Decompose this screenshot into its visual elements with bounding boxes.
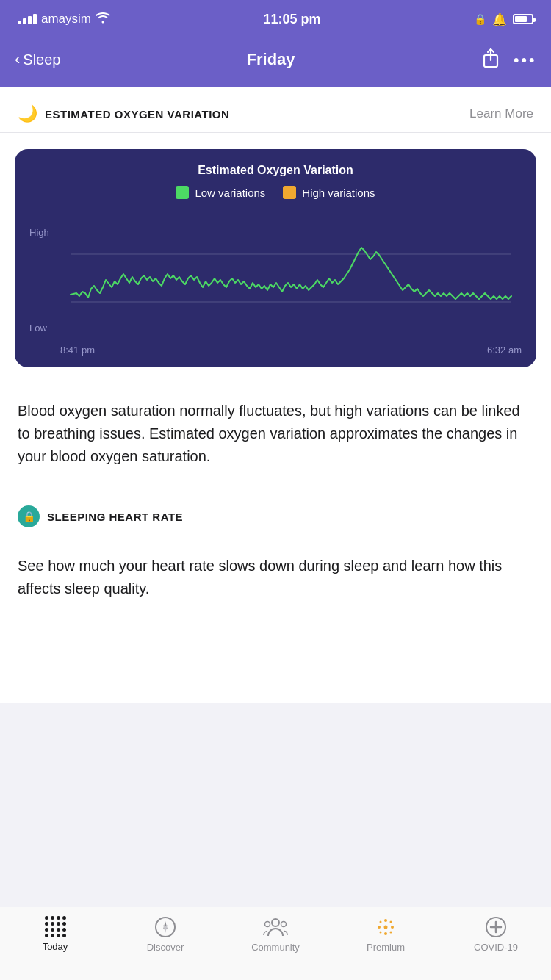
svg-point-13: [384, 932, 387, 935]
legend-swatch-high: [283, 186, 296, 199]
svg-point-9: [281, 922, 287, 927]
svg-point-18: [384, 926, 388, 929]
page-title: Friday: [247, 50, 295, 69]
tab-discover-label: Discover: [147, 942, 184, 953]
tab-premium-label: Premium: [367, 942, 405, 953]
learn-more-button[interactable]: Learn More: [469, 107, 533, 121]
more-options-button[interactable]: ●●●: [514, 54, 536, 65]
heart-section-title: SLEEPING HEART RATE: [47, 511, 183, 523]
tab-today[interactable]: Today: [0, 916, 110, 952]
chart-title: Estimated Oxygen Variation: [29, 164, 522, 177]
tab-covid[interactable]: COVID-19: [441, 916, 551, 953]
y-label-high: High: [29, 227, 60, 238]
header-actions: ●●●: [481, 47, 536, 72]
oxygen-section-header: 🌙 ESTIMATED OXYGEN VARIATION Learn More: [0, 88, 551, 133]
legend-label-low: Low variations: [195, 187, 265, 199]
heart-rate-section: 🔒 SLEEPING HEART RATE See how much your …: [0, 489, 551, 622]
premium-sparkles-icon: [375, 916, 397, 938]
covid-plus-circle-icon: [485, 916, 507, 938]
oxygen-chart-card: Estimated Oxygen Variation Low variation…: [15, 149, 536, 367]
tab-discover[interactable]: Discover: [110, 916, 220, 953]
back-label: Sleep: [23, 51, 60, 68]
tab-today-label: Today: [43, 941, 68, 952]
tab-covid-label: COVID-19: [474, 942, 518, 953]
app-header: ‹ Sleep Friday ●●●: [0, 37, 551, 87]
heart-lock-icon: 🔒: [23, 511, 35, 522]
chart-area: High Low 8:41 pm 6:32 am: [29, 214, 522, 356]
community-people-icon: [263, 916, 288, 938]
chart-times: 8:41 pm 6:32 am: [60, 345, 522, 356]
main-content: 🌙 ESTIMATED OXYGEN VARIATION Learn More …: [0, 88, 551, 703]
tab-premium[interactable]: Premium: [331, 916, 441, 953]
svg-point-11: [378, 926, 381, 929]
oxygen-description: Blood oxygen saturation normally fluctua…: [0, 382, 551, 489]
legend-label-high: High variations: [302, 187, 375, 199]
tab-community-label: Community: [251, 942, 300, 953]
today-grid-icon: [45, 916, 66, 937]
back-chevron-icon: ‹: [15, 50, 20, 69]
status-time: 11:05 pm: [263, 12, 320, 27]
status-left: amaysim: [18, 12, 110, 26]
time-end: 6:32 am: [487, 345, 522, 356]
wifi-icon: [96, 12, 110, 26]
signal-bars-icon: [18, 14, 37, 24]
legend-high: High variations: [283, 186, 375, 199]
tab-bar: Today Discover Community: [0, 907, 551, 980]
discover-compass-icon: [154, 916, 176, 938]
back-button[interactable]: ‹ Sleep: [15, 50, 60, 69]
moon-icon: 🌙: [18, 104, 37, 123]
carrier-label: amaysim: [41, 12, 91, 26]
heart-description: See how much your heart rate slows down …: [0, 538, 551, 622]
lock-icon: 🔒: [474, 13, 486, 25]
y-label-low: Low: [29, 323, 60, 334]
battery-icon: [513, 14, 533, 24]
svg-point-8: [265, 922, 270, 927]
svg-point-15: [390, 921, 392, 923]
heart-section-header: 🔒 SLEEPING HEART RATE: [0, 489, 551, 538]
status-bar: amaysim 11:05 pm 🔒 🔔: [0, 0, 551, 37]
tab-community[interactable]: Community: [220, 916, 331, 953]
chart-legend: Low variations High variations: [29, 186, 522, 199]
oxygen-title-wrap: 🌙 ESTIMATED OXYGEN VARIATION: [18, 104, 229, 123]
svg-point-16: [380, 932, 382, 934]
svg-point-7: [272, 919, 279, 926]
oxygen-section-title: ESTIMATED OXYGEN VARIATION: [45, 108, 229, 120]
share-button[interactable]: [481, 47, 500, 72]
svg-point-17: [390, 932, 392, 934]
time-start: 8:41 pm: [60, 345, 95, 356]
heart-icon-wrap: 🔒: [18, 505, 40, 527]
status-right: 🔒 🔔: [474, 12, 533, 26]
legend-swatch-low: [176, 186, 189, 199]
svg-point-10: [384, 919, 387, 922]
svg-point-14: [380, 921, 382, 923]
alarm-icon: 🔔: [492, 12, 507, 26]
legend-low: Low variations: [176, 186, 265, 199]
svg-point-12: [391, 926, 394, 929]
